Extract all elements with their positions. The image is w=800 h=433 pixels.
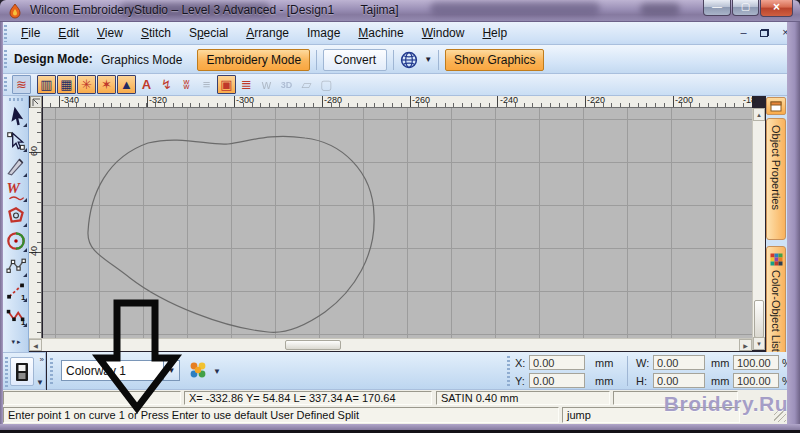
embroidery-mode-button[interactable]: Embroidery Mode [197, 49, 310, 71]
fancy-fill-icon[interactable]: ✶ [97, 75, 116, 94]
menu-bar: File Edit View Stitch Special Arrange Im… [0, 22, 800, 45]
menu-stitch[interactable]: Stitch [132, 22, 180, 45]
tatami-fill-icon[interactable]: ▦ [57, 75, 76, 94]
applique-icon[interactable]: A [137, 75, 156, 94]
scroll-left-arrow[interactable]: ◀ [29, 339, 42, 351]
menu-image[interactable]: Image [298, 22, 349, 45]
lettering-w-glyph: W [7, 180, 20, 197]
ruler-label: 60 [29, 146, 39, 156]
mode-buttons: Graphics Mode Embroidery Mode Convert ▼ … [92, 48, 544, 71]
window-close-button[interactable]: × [760, 0, 793, 17]
ruler-label: -320 [149, 95, 167, 105]
digitize-run-tool[interactable]: 1 [5, 280, 27, 302]
zigzag-stitch-icon[interactable]: ʬ [177, 75, 196, 94]
open-shape-icon [5, 255, 27, 277]
stitch-icons: ≋ ▥ ▦ ✳ ✶ ▲ A ↯ ʬ ≡ ▣ ≣ w 3D ▱ ▢ [12, 75, 336, 94]
scroll-up-arrow[interactable]: ▲ [753, 108, 765, 121]
program-split-icon[interactable]: ▣ [217, 75, 236, 94]
w-unit: mm [711, 357, 729, 369]
toolbar-grip[interactable] [507, 356, 510, 386]
x-value-field[interactable] [529, 355, 585, 370]
toolbar-grip[interactable] [4, 77, 7, 93]
title-bar[interactable]: Wilcom EmbroideryStudio – Level 3 Advanc… [0, 0, 800, 22]
design-view-button[interactable] [10, 357, 34, 386]
toolbar-grip[interactable] [4, 25, 7, 42]
motif-fill-icon[interactable]: ✳ [77, 75, 96, 94]
menu-arrange[interactable]: Arrange [237, 22, 298, 45]
annotation-down-arrow [88, 293, 188, 418]
right-sidebar: Object Properties Color-Object List △▼ [766, 96, 787, 390]
h-label: H: [636, 375, 647, 387]
flame-app-icon [7, 3, 23, 19]
reshape-tool[interactable] [5, 130, 27, 152]
lettering-tool[interactable]: W [5, 180, 27, 202]
h-value-field[interactable] [653, 373, 705, 388]
scroll-down-arrow[interactable]: ▼ [753, 337, 765, 350]
digitize-jump-tool[interactable]: 1 [5, 305, 27, 327]
toolbar-options-arrow[interactable]: ▼ [36, 378, 44, 387]
left-tool-palette: W [3, 96, 29, 352]
step-pattern-icon[interactable]: ≡ [197, 75, 216, 94]
menu-special[interactable]: Special [180, 22, 237, 45]
palette-overflow-arrows[interactable]: ▾ ▸ [3, 338, 29, 350]
run-stitch-icon[interactable]: ≋ [12, 75, 31, 94]
select-tool[interactable] [5, 105, 27, 127]
satin-stitch-icon[interactable]: ▥ [37, 75, 56, 94]
palette-dropdown-arrow[interactable]: ▼ [213, 367, 221, 376]
ruler-label: -200 [675, 95, 693, 105]
stitch-lines-icon[interactable]: ≣ [237, 75, 256, 94]
select-arrow-icon [5, 105, 27, 127]
window-title: Wilcom EmbroideryStudio – Level 3 Advanc… [30, 0, 399, 22]
globe-icon[interactable] [400, 51, 418, 69]
closed-object-tool[interactable] [5, 205, 27, 227]
globe-dropdown-arrow[interactable]: ▼ [424, 55, 432, 64]
x-scale-field[interactable] [733, 355, 779, 370]
origin-icon [32, 98, 41, 107]
scroll-right-arrow[interactable]: ▶ [739, 339, 752, 351]
vertical-scroll-thumb[interactable] [754, 300, 764, 338]
colorway-palette-button[interactable] [189, 361, 207, 379]
effect-3d-icon[interactable]: 3D [277, 75, 296, 94]
separator [627, 356, 628, 386]
convert-button[interactable]: Convert [323, 49, 387, 71]
menu-machine[interactable]: Machine [349, 22, 412, 45]
ruler-label: -260 [412, 95, 430, 105]
ribbon-stitch-icon[interactable]: ↯ [157, 75, 176, 94]
colorway-palette-icon [189, 361, 207, 379]
toolbar-grip[interactable] [4, 50, 7, 69]
mdi-restore-button[interactable] [756, 26, 773, 41]
toolbar-overflow-chevron[interactable]: » [40, 355, 44, 364]
horizontal-scroll-thumb[interactable] [285, 340, 341, 350]
y-value-field[interactable] [529, 373, 585, 388]
graphics-mode-button[interactable]: Graphics Mode [92, 49, 191, 71]
gradient-fill-icon[interactable]: ▲ [117, 75, 136, 94]
window-minimize-button[interactable]: — [703, 0, 731, 16]
design-view-toolbar: » ▼ [3, 352, 46, 390]
design-mode-toolbar: Design Mode: Graphics Mode Embroidery Mo… [0, 45, 800, 74]
mdi-window-buttons: – × [735, 26, 794, 41]
tab-object-properties[interactable]: Object Properties [766, 118, 786, 240]
show-graphics-button[interactable]: Show Graphics [445, 49, 544, 71]
menu-view[interactable]: View [88, 22, 132, 45]
docking-panel-button[interactable] [766, 97, 786, 115]
toolbar-grip[interactable] [50, 358, 53, 384]
vertical-scrollbar[interactable]: ▲ ▼ [752, 108, 765, 350]
ellipse-tool[interactable] [5, 230, 27, 252]
menu-window[interactable]: Window [413, 22, 474, 45]
ruler-origin-button[interactable] [30, 96, 42, 108]
ruler-label: -220 [587, 95, 605, 105]
trapunto-icon[interactable]: ▱ [297, 75, 316, 94]
menu-edit[interactable]: Edit [49, 22, 88, 45]
toolbar-grip[interactable] [9, 98, 23, 101]
y-scale-field[interactable] [733, 373, 779, 388]
mdi-minimize-button[interactable]: – [735, 26, 752, 41]
menu-help[interactable]: Help [473, 22, 516, 45]
menu-file[interactable]: File [12, 22, 49, 45]
hatch-fill-icon[interactable]: w [257, 75, 276, 94]
basket-weave-icon[interactable]: ▢ [317, 75, 336, 94]
w-value-field[interactable] [653, 355, 705, 370]
window-maximize-button[interactable]: ▢ [732, 0, 759, 16]
measure-tool[interactable] [5, 155, 27, 177]
toolbar-grip[interactable] [5, 357, 8, 387]
open-object-tool[interactable] [5, 255, 27, 277]
